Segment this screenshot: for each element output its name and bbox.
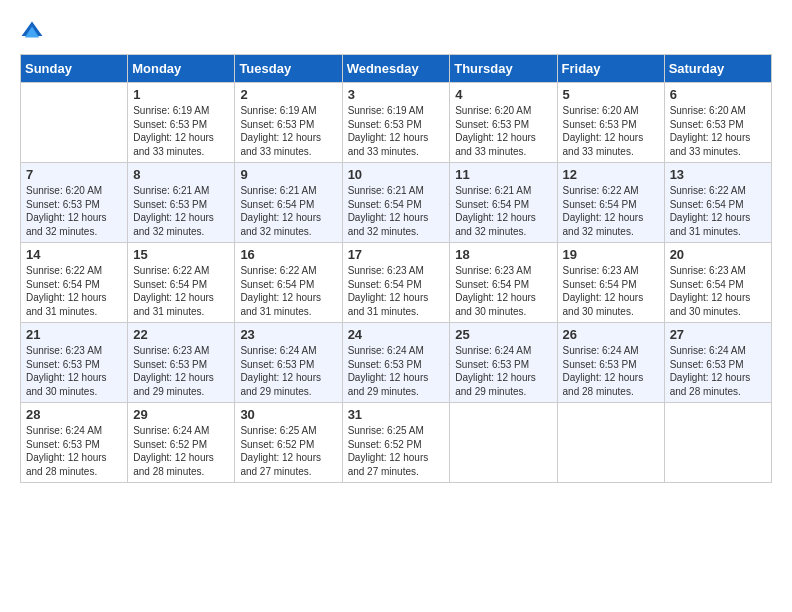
calendar-cell: 12Sunrise: 6:22 AM Sunset: 6:54 PM Dayli…: [557, 163, 664, 243]
calendar-header-row: SundayMondayTuesdayWednesdayThursdayFrid…: [21, 55, 772, 83]
day-number: 28: [26, 407, 122, 422]
calendar-cell: 19Sunrise: 6:23 AM Sunset: 6:54 PM Dayli…: [557, 243, 664, 323]
calendar-cell: 21Sunrise: 6:23 AM Sunset: 6:53 PM Dayli…: [21, 323, 128, 403]
day-info: Sunrise: 6:23 AM Sunset: 6:53 PM Dayligh…: [133, 344, 229, 398]
day-info: Sunrise: 6:24 AM Sunset: 6:53 PM Dayligh…: [348, 344, 445, 398]
day-number: 10: [348, 167, 445, 182]
day-number: 12: [563, 167, 659, 182]
day-number: 9: [240, 167, 336, 182]
day-info: Sunrise: 6:21 AM Sunset: 6:54 PM Dayligh…: [240, 184, 336, 238]
calendar-cell: 22Sunrise: 6:23 AM Sunset: 6:53 PM Dayli…: [128, 323, 235, 403]
day-number: 27: [670, 327, 766, 342]
day-number: 7: [26, 167, 122, 182]
day-number: 22: [133, 327, 229, 342]
day-number: 24: [348, 327, 445, 342]
day-info: Sunrise: 6:21 AM Sunset: 6:53 PM Dayligh…: [133, 184, 229, 238]
day-number: 29: [133, 407, 229, 422]
day-info: Sunrise: 6:21 AM Sunset: 6:54 PM Dayligh…: [455, 184, 551, 238]
calendar-week-1: 1Sunrise: 6:19 AM Sunset: 6:53 PM Daylig…: [21, 83, 772, 163]
calendar-table: SundayMondayTuesdayWednesdayThursdayFrid…: [20, 54, 772, 483]
calendar-header-sunday: Sunday: [21, 55, 128, 83]
day-info: Sunrise: 6:24 AM Sunset: 6:52 PM Dayligh…: [133, 424, 229, 478]
calendar-cell: [664, 403, 771, 483]
day-info: Sunrise: 6:22 AM Sunset: 6:54 PM Dayligh…: [26, 264, 122, 318]
day-info: Sunrise: 6:23 AM Sunset: 6:54 PM Dayligh…: [348, 264, 445, 318]
day-number: 5: [563, 87, 659, 102]
calendar-header-thursday: Thursday: [450, 55, 557, 83]
calendar-cell: 14Sunrise: 6:22 AM Sunset: 6:54 PM Dayli…: [21, 243, 128, 323]
day-number: 21: [26, 327, 122, 342]
calendar-cell: 2Sunrise: 6:19 AM Sunset: 6:53 PM Daylig…: [235, 83, 342, 163]
day-info: Sunrise: 6:23 AM Sunset: 6:54 PM Dayligh…: [670, 264, 766, 318]
day-number: 13: [670, 167, 766, 182]
calendar-cell: 30Sunrise: 6:25 AM Sunset: 6:52 PM Dayli…: [235, 403, 342, 483]
day-number: 26: [563, 327, 659, 342]
calendar-cell: 31Sunrise: 6:25 AM Sunset: 6:52 PM Dayli…: [342, 403, 450, 483]
calendar-cell: 23Sunrise: 6:24 AM Sunset: 6:53 PM Dayli…: [235, 323, 342, 403]
calendar-header-friday: Friday: [557, 55, 664, 83]
calendar-week-2: 7Sunrise: 6:20 AM Sunset: 6:53 PM Daylig…: [21, 163, 772, 243]
day-info: Sunrise: 6:20 AM Sunset: 6:53 PM Dayligh…: [670, 104, 766, 158]
day-number: 3: [348, 87, 445, 102]
calendar-cell: 15Sunrise: 6:22 AM Sunset: 6:54 PM Dayli…: [128, 243, 235, 323]
day-number: 18: [455, 247, 551, 262]
day-info: Sunrise: 6:20 AM Sunset: 6:53 PM Dayligh…: [563, 104, 659, 158]
day-info: Sunrise: 6:25 AM Sunset: 6:52 PM Dayligh…: [348, 424, 445, 478]
calendar-cell: 7Sunrise: 6:20 AM Sunset: 6:53 PM Daylig…: [21, 163, 128, 243]
calendar-cell: 16Sunrise: 6:22 AM Sunset: 6:54 PM Dayli…: [235, 243, 342, 323]
page-header: [20, 20, 772, 44]
day-info: Sunrise: 6:23 AM Sunset: 6:53 PM Dayligh…: [26, 344, 122, 398]
day-info: Sunrise: 6:23 AM Sunset: 6:54 PM Dayligh…: [563, 264, 659, 318]
calendar-week-5: 28Sunrise: 6:24 AM Sunset: 6:53 PM Dayli…: [21, 403, 772, 483]
day-number: 17: [348, 247, 445, 262]
day-info: Sunrise: 6:19 AM Sunset: 6:53 PM Dayligh…: [240, 104, 336, 158]
calendar-header-monday: Monday: [128, 55, 235, 83]
day-number: 19: [563, 247, 659, 262]
day-info: Sunrise: 6:19 AM Sunset: 6:53 PM Dayligh…: [348, 104, 445, 158]
day-number: 16: [240, 247, 336, 262]
day-info: Sunrise: 6:22 AM Sunset: 6:54 PM Dayligh…: [670, 184, 766, 238]
calendar-cell: 10Sunrise: 6:21 AM Sunset: 6:54 PM Dayli…: [342, 163, 450, 243]
calendar-cell: 28Sunrise: 6:24 AM Sunset: 6:53 PM Dayli…: [21, 403, 128, 483]
day-info: Sunrise: 6:22 AM Sunset: 6:54 PM Dayligh…: [563, 184, 659, 238]
calendar-cell: 6Sunrise: 6:20 AM Sunset: 6:53 PM Daylig…: [664, 83, 771, 163]
calendar-cell: 9Sunrise: 6:21 AM Sunset: 6:54 PM Daylig…: [235, 163, 342, 243]
day-info: Sunrise: 6:20 AM Sunset: 6:53 PM Dayligh…: [455, 104, 551, 158]
calendar-header-wednesday: Wednesday: [342, 55, 450, 83]
calendar-cell: 27Sunrise: 6:24 AM Sunset: 6:53 PM Dayli…: [664, 323, 771, 403]
day-number: 30: [240, 407, 336, 422]
day-number: 31: [348, 407, 445, 422]
day-info: Sunrise: 6:24 AM Sunset: 6:53 PM Dayligh…: [26, 424, 122, 478]
calendar-cell: 11Sunrise: 6:21 AM Sunset: 6:54 PM Dayli…: [450, 163, 557, 243]
day-number: 15: [133, 247, 229, 262]
day-info: Sunrise: 6:23 AM Sunset: 6:54 PM Dayligh…: [455, 264, 551, 318]
day-number: 2: [240, 87, 336, 102]
calendar-cell: 3Sunrise: 6:19 AM Sunset: 6:53 PM Daylig…: [342, 83, 450, 163]
day-info: Sunrise: 6:24 AM Sunset: 6:53 PM Dayligh…: [455, 344, 551, 398]
day-number: 4: [455, 87, 551, 102]
day-info: Sunrise: 6:20 AM Sunset: 6:53 PM Dayligh…: [26, 184, 122, 238]
calendar-cell: [21, 83, 128, 163]
day-info: Sunrise: 6:19 AM Sunset: 6:53 PM Dayligh…: [133, 104, 229, 158]
calendar-cell: 5Sunrise: 6:20 AM Sunset: 6:53 PM Daylig…: [557, 83, 664, 163]
day-info: Sunrise: 6:24 AM Sunset: 6:53 PM Dayligh…: [563, 344, 659, 398]
day-number: 23: [240, 327, 336, 342]
calendar-cell: 13Sunrise: 6:22 AM Sunset: 6:54 PM Dayli…: [664, 163, 771, 243]
day-number: 14: [26, 247, 122, 262]
calendar-cell: 17Sunrise: 6:23 AM Sunset: 6:54 PM Dayli…: [342, 243, 450, 323]
calendar-cell: 26Sunrise: 6:24 AM Sunset: 6:53 PM Dayli…: [557, 323, 664, 403]
calendar-cell: 20Sunrise: 6:23 AM Sunset: 6:54 PM Dayli…: [664, 243, 771, 323]
calendar-header-saturday: Saturday: [664, 55, 771, 83]
day-number: 25: [455, 327, 551, 342]
day-number: 1: [133, 87, 229, 102]
day-number: 8: [133, 167, 229, 182]
calendar-cell: 4Sunrise: 6:20 AM Sunset: 6:53 PM Daylig…: [450, 83, 557, 163]
day-info: Sunrise: 6:22 AM Sunset: 6:54 PM Dayligh…: [240, 264, 336, 318]
day-number: 11: [455, 167, 551, 182]
calendar-cell: [450, 403, 557, 483]
day-info: Sunrise: 6:22 AM Sunset: 6:54 PM Dayligh…: [133, 264, 229, 318]
calendar-header-tuesday: Tuesday: [235, 55, 342, 83]
calendar-cell: 1Sunrise: 6:19 AM Sunset: 6:53 PM Daylig…: [128, 83, 235, 163]
logo: [20, 20, 48, 44]
day-number: 6: [670, 87, 766, 102]
